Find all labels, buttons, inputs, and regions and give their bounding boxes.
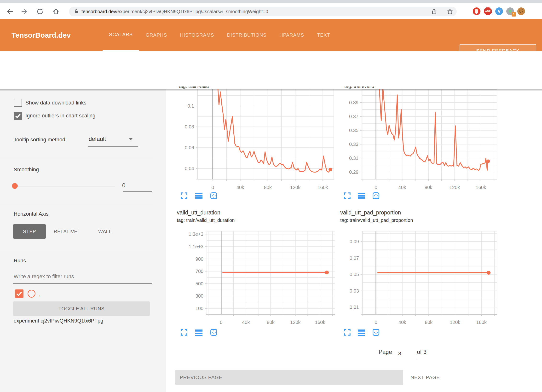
svg-text:120k: 120k: [450, 185, 460, 190]
smoothing-label: Smoothing: [14, 167, 39, 173]
axis-step-button[interactable]: STEP: [13, 224, 46, 239]
experiment-id-label: experiment cj2vtPiwQHKN9Q1tx6PTpg: [14, 318, 103, 324]
share-icon[interactable]: [431, 8, 438, 15]
next-page-button[interactable]: NEXT PAGE: [410, 370, 440, 385]
tab-distributions[interactable]: DISTRIBUTIONS: [220, 19, 273, 51]
v-extension-icon[interactable]: V: [495, 7, 503, 15]
lock-icon: [73, 9, 79, 14]
svg-text:0.03: 0.03: [350, 288, 359, 294]
svg-text:40k: 40k: [236, 185, 244, 190]
run-item-label: .: [39, 292, 40, 298]
cookie-extension-icon[interactable]: [517, 7, 525, 15]
clipped-tag-left: tag: train/valid_: [179, 86, 313, 89]
pan-zoom-icon[interactable]: [372, 329, 380, 336]
svg-text:80k: 80k: [267, 320, 275, 325]
run-checkbox[interactable]: [15, 289, 23, 298]
ignore-outliers-label: Ignore outliers in chart scaling: [25, 113, 95, 119]
svg-text:0.1: 0.1: [187, 103, 194, 109]
runs-heading: Runs: [14, 258, 26, 264]
svg-text:0.31: 0.31: [349, 156, 358, 161]
v-label: V: [498, 9, 501, 14]
svg-text:0.06: 0.06: [185, 145, 194, 150]
page-number-input[interactable]: 3: [398, 351, 401, 357]
svg-text:0: 0: [220, 320, 222, 325]
runs-selector-icon[interactable]: [358, 329, 365, 336]
chart-toolbar: [180, 329, 217, 336]
runs-selector-icon[interactable]: [358, 192, 365, 199]
svg-text:100: 100: [196, 306, 203, 311]
runs-selector-icon[interactable]: [195, 329, 202, 336]
back-icon[interactable]: [6, 8, 14, 15]
tab-text[interactable]: TEXT: [311, 19, 336, 51]
runs-regex-input[interactable]: Write a regex to filter runs: [14, 273, 74, 280]
expand-chart-icon[interactable]: [344, 192, 351, 199]
pan-zoom-icon[interactable]: [210, 192, 217, 199]
regex-input-underline: [13, 283, 152, 284]
tooltip-sorting-label: Tooltip sorting method:: [14, 137, 67, 143]
svg-text:120k: 120k: [450, 320, 460, 325]
app-header: TensorBoard.dev SCALARS GRAPHS HISTOGRAM…: [0, 19, 542, 51]
tooltip-sorting-dropdown[interactable]: default: [89, 136, 106, 142]
show-download-links-checkbox[interactable]: [14, 99, 22, 107]
svg-text:120k: 120k: [290, 185, 301, 190]
svg-text:0.01: 0.01: [350, 305, 359, 310]
charts-panel: tag: train/valid_ tag: train/valid_ 040k…: [166, 89, 542, 392]
subheader: LSTM transducer training for LibriSpeech…: [0, 51, 542, 89]
svg-text:500: 500: [196, 281, 203, 286]
smoothing-slider-track[interactable]: [14, 186, 115, 186]
svg-text:0.09: 0.09: [350, 239, 359, 244]
chart-bottom-left: 040k80k120k160k1003005007009001.1e+31.3e…: [166, 228, 337, 341]
tab-graphs[interactable]: GRAPHS: [139, 19, 173, 51]
svg-text:1.3e+3: 1.3e+3: [189, 231, 203, 237]
page-input-underline: [398, 360, 416, 360]
svg-text:0.04: 0.04: [185, 166, 194, 171]
chart-title: valid_utt_pad_proportion: [340, 209, 401, 216]
page-of-label: of 3: [417, 349, 427, 355]
svg-text:120k: 120k: [290, 320, 301, 325]
smoothing-slider-knob[interactable]: [12, 183, 18, 189]
toggle-all-runs-button[interactable]: TOGGLE ALL RUNS: [13, 301, 150, 316]
expand-chart-icon[interactable]: [344, 329, 351, 336]
divider: [0, 158, 153, 158]
svg-text:160k: 160k: [476, 320, 487, 325]
tab-scalars[interactable]: SCALARS: [103, 19, 139, 51]
smoothing-value-input[interactable]: 0: [122, 182, 125, 189]
url-bar[interactable]: tensorboard.dev/experiment/cj2vtPiwQHKN9…: [69, 7, 457, 16]
reload-icon[interactable]: [36, 8, 44, 15]
divider: [0, 204, 153, 204]
run-color-swatch[interactable]: [28, 290, 35, 298]
forward-icon[interactable]: [20, 8, 28, 15]
chart-top-left: 040k80k120k160k0.040.060.080.1: [166, 89, 335, 204]
app-title: TensorBoard.dev: [12, 19, 71, 51]
previous-page-button[interactable]: PREVIOUS PAGE: [175, 370, 403, 385]
home-icon[interactable]: [52, 8, 60, 15]
runs-selector-icon[interactable]: [195, 192, 202, 199]
abp-extension-icon[interactable]: ABP: [484, 7, 492, 15]
tab-histograms[interactable]: HISTOGRAMS: [173, 19, 220, 51]
expand-chart-icon[interactable]: [180, 192, 188, 199]
clipped-tag-right: tag: train/valid_: [344, 86, 479, 89]
settings-sidebar: Show data download links Ignore outliers…: [0, 89, 166, 392]
bookmark-star-icon[interactable]: [447, 8, 453, 15]
tab-hparams[interactable]: HPARAMS: [273, 19, 311, 51]
svg-text:300: 300: [196, 293, 203, 299]
chevron-down-icon[interactable]: [129, 138, 133, 140]
ignore-outliers-checkbox[interactable]: [14, 112, 22, 120]
pan-zoom-icon[interactable]: [210, 329, 217, 336]
blocker-hand-extension-icon[interactable]: [473, 7, 480, 15]
svg-text:0.08: 0.08: [185, 124, 194, 129]
axis-wall-button[interactable]: WALL: [98, 224, 112, 239]
svg-text:0.05: 0.05: [350, 272, 359, 277]
extension-badge: 1: [512, 12, 516, 17]
axis-relative-button[interactable]: RELATIVE: [54, 224, 77, 239]
svg-text:0: 0: [375, 320, 377, 325]
series-endpoint-dot: [487, 271, 490, 275]
chart-toolbar: [180, 192, 217, 199]
horizontal-axis-label: Horizontal Axis: [14, 211, 49, 217]
series-endpoint-dot: [486, 160, 490, 163]
svg-text:0: 0: [375, 185, 377, 190]
pan-zoom-icon[interactable]: [372, 192, 380, 199]
svg-text:160k: 160k: [315, 320, 325, 325]
expand-chart-icon[interactable]: [180, 329, 188, 336]
url-text: tensorboard.dev/experiment/cj2vtPiwQHKN9…: [81, 7, 268, 16]
